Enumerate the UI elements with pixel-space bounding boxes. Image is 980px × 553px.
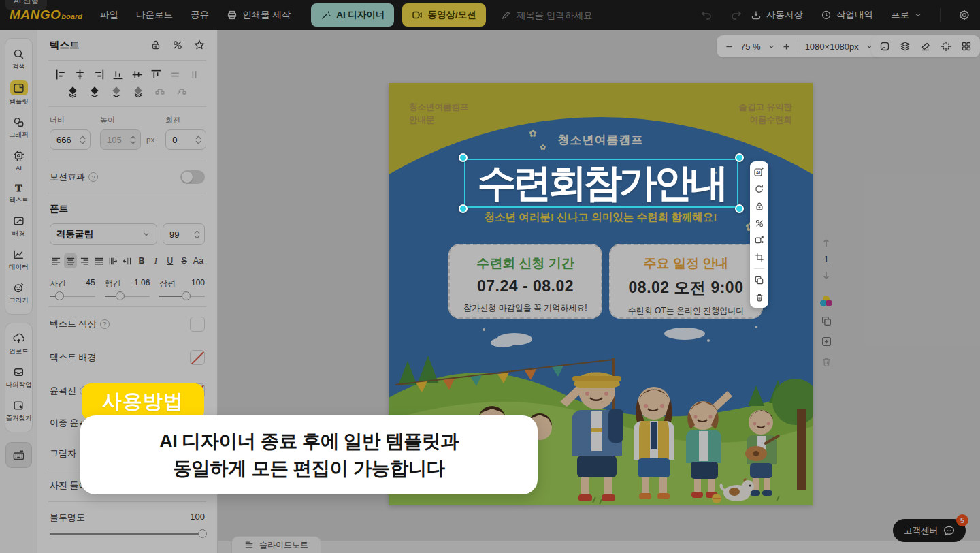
crop-icon[interactable] [753,251,765,263]
resize-handle-top-left[interactable] [459,153,468,162]
hide-icon[interactable] [753,217,765,229]
divider [754,268,764,269]
selected-text-element[interactable]: 수련회참가안내 [464,159,738,208]
poster-main-title[interactable]: 수련회참가안내 [464,159,738,208]
delete-icon[interactable] [753,291,765,303]
resize-handle-bottom-left[interactable] [459,204,468,213]
replace-icon[interactable] [753,234,765,246]
svg-text:AI: AI [756,170,761,175]
duplicate-icon[interactable] [753,274,765,286]
ai-edit-icon[interactable]: AI [753,166,765,178]
tutorial-line-2: 동일하게 모든 편집이 가능합니다 [173,455,444,482]
tutorial-line-1: AI 디자이너 종료 후에 일반 템플릿과 [159,428,459,455]
resize-handle-bottom-right[interactable] [735,204,744,213]
lock-icon[interactable] [753,200,765,212]
element-floating-toolbar: AI [750,161,768,308]
tutorial-badge: 사용방법 [82,383,204,420]
rotate-icon[interactable] [753,183,765,195]
tutorial-card: AI 디자이너 종료 후에 일반 템플릿과 동일하게 모든 편집이 가능합니다 [80,415,538,494]
resize-handle-top-right[interactable] [735,153,744,162]
app-window: MANGO board 파일 다운로드 공유 인쇄물 제작 AI 디자이너 [0,0,980,553]
